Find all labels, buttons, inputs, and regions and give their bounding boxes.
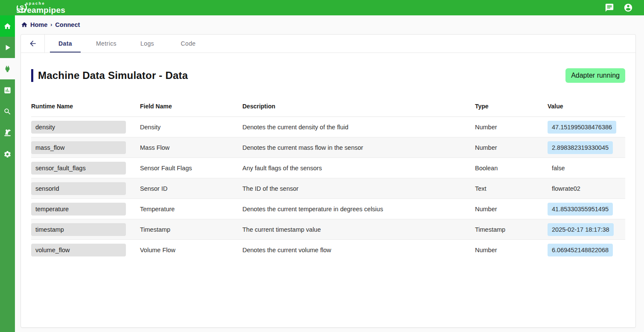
value-cell: 41.85330355951495 (548, 203, 613, 216)
runtime-name-chip: sensor_fault_flags (31, 162, 126, 175)
value-cell: 2025-02-17 18:17:38 (548, 223, 614, 236)
field-name-cell: Temperature (140, 206, 242, 213)
breadcrumb-connect[interactable]: Connect (55, 21, 80, 28)
description-cell: Denotes the current volume flow (242, 247, 475, 253)
tab-data[interactable]: Data (45, 35, 86, 52)
back-button[interactable] (21, 35, 45, 52)
back-arrow-icon (29, 39, 37, 48)
runtime-name-chip: temperature (31, 203, 126, 216)
table-row: sensorId Sensor ID The ID of the sensor … (31, 178, 625, 199)
field-name-cell: Mass Flow (140, 144, 242, 151)
type-cell: Text (475, 185, 548, 192)
title-row: Machine Data Simulator - Data Adapter ru… (31, 68, 625, 83)
main-area: Home › Connect Data Metrics Logs Code (15, 15, 644, 332)
search-icon (3, 108, 12, 116)
runtime-name-chip: sensorId (31, 182, 126, 195)
topbar-actions (605, 3, 638, 12)
page-title: Machine Data Simulator - Data (38, 70, 188, 82)
gear-icon (3, 150, 12, 158)
streampipes-s-icon: S (16, 2, 27, 13)
type-cell: Number (475, 124, 548, 131)
value-cell: false (548, 162, 569, 175)
sidebar-item-pipelines[interactable] (0, 37, 15, 58)
tab-code[interactable]: Code (168, 35, 209, 52)
header-description: Description (242, 103, 475, 110)
title-accent-bar (31, 69, 33, 82)
top-bar: S apache streampipes (0, 0, 644, 15)
brand-apache: apache (26, 2, 65, 6)
description-cell: Denotes the current temperature in degre… (242, 206, 475, 213)
value-cell: flowrate02 (548, 182, 585, 195)
description-cell: The current timestamp value (242, 226, 475, 233)
description-cell: The ID of the sensor (242, 185, 475, 192)
plug-icon (3, 65, 12, 73)
field-name-cell: Timestamp (140, 226, 242, 233)
robot-arm-icon (3, 129, 12, 137)
play-icon (3, 44, 12, 52)
sidebar-nav (0, 15, 15, 332)
field-name-cell: Volume Flow (140, 247, 242, 253)
home-icon (3, 22, 12, 30)
description-cell: Denotes the current density of the fluid (242, 124, 475, 131)
header-field-name: Field Name (140, 103, 242, 110)
tabs-bar: Data Metrics Logs Code (21, 35, 635, 53)
type-cell: Timestamp (475, 226, 548, 233)
sidebar-item-data-explorer[interactable] (0, 101, 15, 122)
bar-chart-icon (3, 86, 12, 94)
app-window: S apache streampipes (0, 0, 644, 332)
sidebar-item-settings[interactable] (0, 143, 15, 165)
table-row: mass_flow Mass Flow Denotes the current … (31, 137, 625, 158)
sidebar-item-assets[interactable] (0, 122, 15, 143)
description-cell: Any fault flags of the sensors (242, 165, 475, 172)
sidebar-item-home[interactable] (0, 15, 15, 37)
runtime-name-chip: timestamp (31, 223, 126, 236)
tab-content: Machine Data Simulator - Data Adapter ru… (21, 53, 635, 327)
type-cell: Number (475, 247, 548, 253)
table-header-row: Runtime Name Field Name Description Type… (31, 96, 625, 117)
tab-logs[interactable]: Logs (127, 35, 168, 52)
adapter-status-badge: Adapter running (565, 68, 625, 83)
sidebar-item-connect[interactable] (0, 58, 15, 79)
runtime-name-chip: volume_flow (31, 244, 126, 256)
table-row: timestamp Timestamp The current timestam… (31, 219, 625, 240)
field-name-cell: Density (140, 124, 242, 131)
table-body: density Density Denotes the current dens… (31, 117, 625, 260)
header-runtime-name: Runtime Name (31, 103, 140, 110)
field-name-cell: Sensor Fault Flags (140, 165, 242, 172)
runtime-name-chip: density (31, 121, 126, 134)
table-row: volume_flow Volume Flow Denotes the curr… (31, 240, 625, 260)
description-cell: Denotes the current mass flow in the sen… (242, 144, 475, 151)
header-type: Type (475, 103, 548, 110)
runtime-name-chip: mass_flow (31, 141, 126, 154)
svg-text:S: S (20, 4, 24, 11)
account-icon[interactable] (624, 3, 633, 12)
value-cell: 47.151995038476386 (548, 121, 616, 134)
value-cell: 2.898382319330045 (548, 141, 613, 154)
tab-metrics[interactable]: Metrics (86, 35, 127, 52)
type-cell: Number (475, 206, 548, 213)
field-name-cell: Sensor ID (140, 185, 242, 192)
breadcrumb-separator: › (50, 22, 52, 28)
table-row: temperature Temperature Denotes the curr… (31, 199, 625, 219)
breadcrumb-home[interactable]: Home (30, 21, 47, 28)
fields-table: Runtime Name Field Name Description Type… (31, 96, 625, 260)
type-cell: Number (475, 144, 548, 151)
sidebar-item-dashboard[interactable] (0, 79, 15, 101)
table-row: density Density Denotes the current dens… (31, 117, 625, 137)
type-cell: Boolean (475, 165, 548, 172)
streampipes-logo[interactable]: S apache streampipes (16, 2, 65, 14)
header-value: Value (548, 103, 625, 110)
breadcrumb: Home › Connect (15, 15, 644, 34)
breadcrumb-home-icon (21, 21, 28, 28)
table-row: sensor_fault_flags Sensor Fault Flags An… (31, 158, 625, 178)
adapter-details-card: Data Metrics Logs Code Machine Data Simu… (20, 34, 636, 328)
value-cell: 6.069452148822068 (548, 244, 613, 256)
chat-icon[interactable] (605, 3, 614, 12)
